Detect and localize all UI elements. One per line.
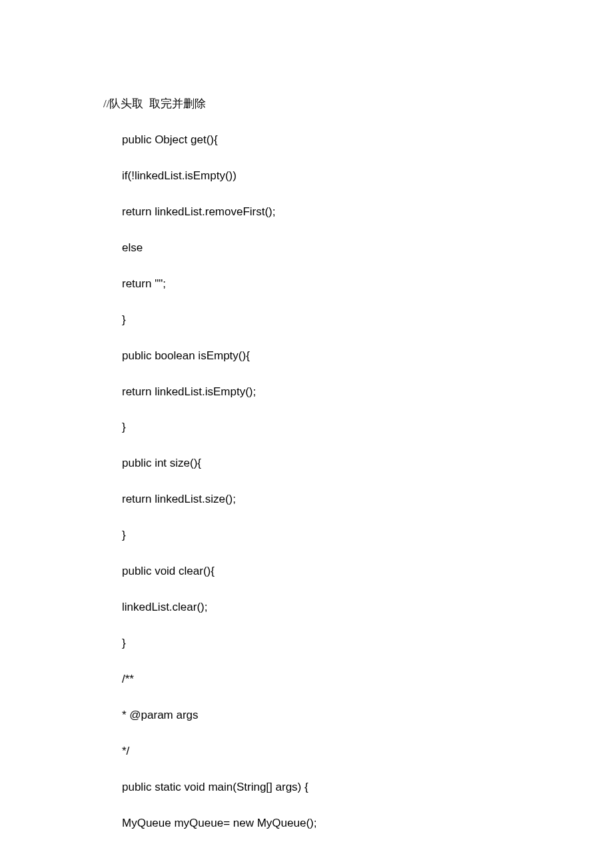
code-line: public int size(){ xyxy=(103,456,546,471)
code-line: MyQueue myQueue= new MyQueue(); xyxy=(103,816,546,831)
code-line: } xyxy=(103,420,546,435)
code-line: else xyxy=(103,241,546,256)
code-line: linkedList.clear(); xyxy=(103,600,546,615)
code-line: return linkedList.isEmpty(); xyxy=(103,385,546,400)
code-line: */ xyxy=(103,744,546,759)
code-line: return linkedList.removeFirst(); xyxy=(103,205,546,220)
code-line: if(!linkedList.isEmpty()) xyxy=(103,169,546,184)
code-line: public static void main(String[] args) { xyxy=(103,780,546,795)
code-line: public void clear(){ xyxy=(103,564,546,579)
code-line: return ""; xyxy=(103,277,546,292)
code-block: //队头取 取完并删除public Object get(){if(!linke… xyxy=(103,97,546,831)
code-line: public Object get(){ xyxy=(103,133,546,148)
code-line: //队头取 取完并删除 xyxy=(103,97,546,112)
code-line: * @param args xyxy=(103,708,546,723)
code-line: } xyxy=(103,528,546,543)
code-line: public boolean isEmpty(){ xyxy=(103,349,546,364)
code-line: } xyxy=(103,636,546,651)
code-line: } xyxy=(103,313,546,328)
code-line: /** xyxy=(103,672,546,687)
code-line: return linkedList.size(); xyxy=(103,492,546,507)
